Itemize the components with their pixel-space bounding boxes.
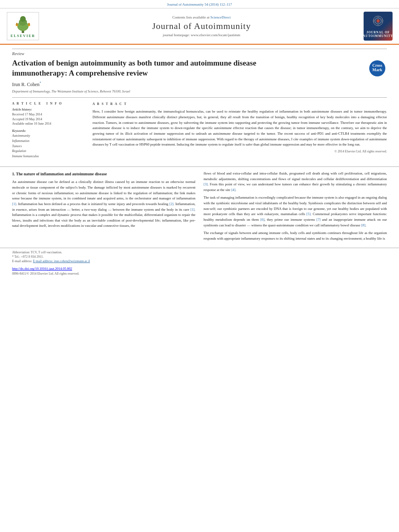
section-1-title-text: 1. The nature of inflammation and autoim… bbox=[12, 172, 107, 176]
svg-rect-7 bbox=[28, 23, 30, 25]
keyword-1: Autoimmunity bbox=[12, 134, 84, 139]
crossmark-icon: Cross Mark bbox=[369, 60, 386, 77]
autoimmunity-badge-area: JOURNAL OF AUTOIMMUNITY bbox=[362, 12, 394, 41]
email-label: E-mail address: bbox=[12, 259, 33, 263]
main-divider bbox=[0, 166, 399, 167]
online-date: Available online 10 June 2014 bbox=[12, 121, 84, 126]
elsevier-logo-box: ELSEVIER bbox=[7, 12, 39, 40]
science-direct-line: Contents lists available at ScienceDirec… bbox=[173, 15, 231, 19]
history-label: Article history: bbox=[12, 108, 84, 111]
elsevier-logo-area: ELSEVIER bbox=[5, 12, 41, 41]
elsevier-tree-icon bbox=[13, 15, 33, 33]
article-info-col: A R T I C L E I N F O Article history: R… bbox=[12, 102, 84, 162]
abstract-text: Here, I consider how benign autoimmunity… bbox=[93, 109, 387, 154]
ref-1: [1] bbox=[12, 202, 16, 206]
received-date: Received 17 May 2014 bbox=[12, 112, 84, 117]
keywords-list: Autoimmunity Inflammation Tumors Regulat… bbox=[12, 134, 84, 159]
journal-homepage: journal homepage: www.elsevier.com/locat… bbox=[163, 33, 240, 37]
body-para-2: flows of blood and extra-cellular and in… bbox=[204, 171, 387, 193]
section-1-title: 1. The nature of inflammation and autoim… bbox=[12, 171, 195, 177]
body-col-left: 1. The nature of inflammation and autoim… bbox=[12, 171, 195, 244]
ref-8: [8] bbox=[361, 223, 365, 227]
copyright-notice: © 2014 Elsevier Ltd. All rights reserved… bbox=[93, 149, 387, 154]
body-col-right: flows of blood and extra-cellular and in… bbox=[204, 171, 387, 244]
svg-text:Cross: Cross bbox=[372, 63, 382, 68]
body-para-4: The exchange of signals between and amon… bbox=[204, 230, 387, 241]
article-type: Review bbox=[12, 49, 387, 56]
keyword-2: Inflammation bbox=[12, 139, 84, 144]
article-area: Review Activation of benign autoimmunity… bbox=[0, 45, 399, 162]
homepage-text: journal homepage: www.elsevier.com/locat… bbox=[163, 33, 240, 37]
badge-graphic bbox=[368, 15, 388, 29]
issn-line: 0896-8411/© 2014 Elsevier Ltd. All right… bbox=[0, 272, 399, 278]
crossmark-badge: Cross Mark bbox=[369, 60, 387, 78]
svg-rect-6 bbox=[16, 23, 18, 25]
svg-text:Mark: Mark bbox=[372, 68, 383, 72]
ref-3: [3] bbox=[204, 182, 208, 186]
journal-header: ELSEVIER Contents lists available at Sci… bbox=[0, 8, 399, 45]
keywords-label: Keywords: bbox=[12, 129, 84, 133]
article-history: Article history: Received 17 May 2014 Ac… bbox=[12, 108, 84, 126]
header-center: Contents lists available at ScienceDirec… bbox=[45, 12, 358, 41]
footnote-area: Abbreviation: TCV, T cell vaccination. *… bbox=[0, 248, 399, 265]
science-direct-prefix: Contents lists available at bbox=[173, 15, 210, 19]
footnote-abbreviation: Abbreviation: TCV, T cell vaccination. bbox=[12, 251, 387, 254]
article-info-abstract: A R T I C L E I N F O Article history: R… bbox=[12, 97, 387, 162]
ref-2: [2] bbox=[169, 202, 173, 206]
doi-link[interactable]: http://dx.doi.org/10.1016/j.jaut.2014.05… bbox=[12, 267, 72, 271]
accepted-date: Accepted 19 May 2014 bbox=[12, 117, 84, 121]
ref-4: [4] bbox=[231, 188, 235, 192]
abstract-label: A B S T R A C T bbox=[93, 102, 387, 107]
body-columns: 1. The nature of inflammation and autoim… bbox=[0, 171, 399, 244]
body-para-3: The task of managing inflammation is exc… bbox=[204, 195, 387, 228]
article-info-label: A R T I C L E I N F O bbox=[12, 102, 84, 105]
abstract-col: A B S T R A C T Here, I consider how ben… bbox=[93, 102, 387, 162]
keyword-3: Tumors bbox=[12, 144, 84, 149]
keyword-4: Regulation bbox=[12, 149, 84, 154]
science-direct-link[interactable]: ScienceDirect bbox=[210, 15, 230, 19]
affiliation: Department of Immunology, The Weizmann I… bbox=[12, 89, 387, 93]
abstract-body: Here, I consider how benign autoimmunity… bbox=[93, 109, 387, 146]
journal-title: Journal of Autoimmunity bbox=[152, 21, 251, 31]
svg-point-3 bbox=[20, 16, 26, 22]
footnote-correspondence: * Tel.: +972 8 934 2911. bbox=[12, 255, 387, 259]
article-title: Activation of benign autoimmunity as bot… bbox=[12, 58, 302, 78]
ref-7: [7] bbox=[317, 218, 321, 222]
keyword-5: Immune homunculus bbox=[12, 154, 84, 159]
ref-6: [6] bbox=[260, 218, 264, 222]
journal-reference-text: Journal of Autoimmunity 54 (2014) 112–11… bbox=[167, 2, 232, 6]
author-section: Irun R. Cohen* bbox=[12, 81, 365, 88]
ref-5: [5] bbox=[306, 212, 311, 216]
doi-line: http://dx.doi.org/10.1016/j.jaut.2014.05… bbox=[0, 265, 399, 272]
body-para-1: An autoimmune disease can be defined as … bbox=[12, 179, 195, 229]
keywords-group: Keywords: Autoimmunity Inflammation Tumo… bbox=[12, 129, 84, 159]
author-name: Irun R. Cohen* bbox=[12, 81, 41, 88]
autoimmunity-badge: JOURNAL OF AUTOIMMUNITY bbox=[364, 12, 393, 41]
email-link[interactable]: E-mail address: irun.cohen@weizmann.ac.i… bbox=[33, 259, 90, 263]
footnote-email: E-mail address: E-mail address: irun.coh… bbox=[12, 259, 387, 263]
elsevier-label: ELSEVIER bbox=[10, 34, 35, 38]
journal-reference-bar: Journal of Autoimmunity 54 (2014) 112–11… bbox=[0, 0, 399, 8]
badge-title: JOURNAL OF AUTOIMMUNITY bbox=[363, 31, 393, 38]
ref-1b: [1] bbox=[191, 207, 195, 212]
